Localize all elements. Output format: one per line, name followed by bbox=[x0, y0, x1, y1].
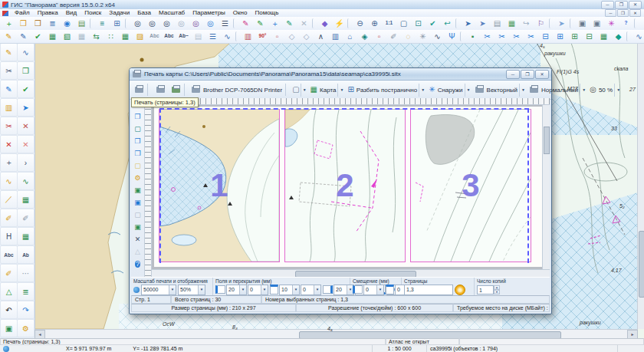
copy-objects-icon[interactable]: ▦ bbox=[45, 31, 60, 42]
rose-icon[interactable]: ✳ bbox=[416, 31, 430, 42]
print-button[interactable] bbox=[131, 82, 146, 97]
overlap-value-combobox[interactable]: 0▼ bbox=[248, 285, 268, 295]
copies-value[interactable]: 1 bbox=[477, 285, 494, 294]
help-icon[interactable]: ? bbox=[132, 258, 143, 270]
zoom-1-1-icon[interactable]: 1:1 bbox=[382, 18, 396, 29]
page-image-move-icon[interactable]: ▣ bbox=[132, 197, 143, 209]
text-abc-icon[interactable]: Abc bbox=[0, 245, 18, 264]
page-settings-icon[interactable]: ⚙ bbox=[132, 173, 143, 184]
offset-value-combobox[interactable]: 0▼ bbox=[363, 285, 384, 295]
open-site-icon[interactable]: ❒ bbox=[31, 18, 45, 29]
search-repeat-icon[interactable]: ◎ bbox=[203, 18, 218, 29]
maps-icon[interactable]: ▦ bbox=[17, 227, 34, 245]
highlight-add-icon[interactable]: ＋ bbox=[268, 18, 282, 29]
mdi-close-button[interactable]: ✕ bbox=[629, 9, 641, 17]
page-image-icon[interactable]: ▣ bbox=[132, 185, 143, 196]
delete-node-icon[interactable]: ✕ bbox=[17, 135, 34, 153]
chevron-down-icon[interactable]: ▼ bbox=[198, 285, 205, 294]
create-map-icon[interactable]: ＋ bbox=[2, 18, 16, 29]
map-scale[interactable]: 1 : 50 000 bbox=[373, 345, 427, 352]
dots-icon[interactable]: ⋯ bbox=[17, 264, 34, 282]
open-map-icon[interactable]: ❒ bbox=[16, 18, 31, 29]
profile-icon[interactable]: ∧ bbox=[314, 31, 328, 42]
draw-accept-icon[interactable]: ✔ bbox=[31, 31, 45, 42]
join-object-icon[interactable]: ⊞ bbox=[553, 31, 567, 42]
snap-icon[interactable]: ＋ bbox=[0, 153, 18, 172]
smooth-icon[interactable]: ∿ bbox=[632, 31, 644, 42]
select-on-screen-icon[interactable]: ➤ bbox=[461, 18, 475, 29]
map-return-icon[interactable]: ↪ bbox=[519, 18, 534, 29]
clipboard-icon[interactable]: ▤ bbox=[191, 31, 205, 42]
overlap-value-combobox[interactable]: 0▼ bbox=[301, 285, 321, 295]
edit-nodes-icon[interactable]: ∿ bbox=[0, 172, 18, 190]
print-source-select[interactable]: ▦ Карта▼ bbox=[309, 83, 347, 97]
page-swap-icon[interactable]: ❐ bbox=[132, 136, 143, 147]
preview-vscroll-thumb[interactable] bbox=[544, 127, 550, 154]
steps-icon[interactable]: ≣ bbox=[17, 282, 34, 301]
map-close-icon[interactable]: ✕ bbox=[639, 18, 644, 29]
copy-disabled-icon[interactable]: ▦ bbox=[74, 31, 89, 42]
cut-x-icon[interactable]: ✂ bbox=[495, 31, 509, 42]
menu-item[interactable]: Правка bbox=[34, 9, 62, 17]
frame-mode-select[interactable]: ✳ Снаружи▼ bbox=[427, 83, 472, 97]
search-object-icon[interactable]: ◎ bbox=[189, 18, 203, 29]
map-frag-icon[interactable]: ▦ bbox=[17, 190, 34, 209]
preview-vertical-scrollbar[interactable] bbox=[542, 105, 550, 269]
menu-item[interactable]: Масштаб bbox=[155, 9, 189, 17]
map-vscroll-thumb[interactable] bbox=[639, 231, 644, 298]
draw-icon[interactable]: ✎ bbox=[2, 31, 16, 42]
accept-icon[interactable]: ✔ bbox=[17, 80, 34, 98]
table-grid-icon[interactable]: ▦ bbox=[596, 31, 611, 42]
quality-mode-select[interactable]: Нормальный▼ bbox=[527, 83, 588, 97]
chevron-down-icon[interactable]: ▼ bbox=[169, 285, 176, 294]
region-icon[interactable]: ◈ bbox=[357, 31, 372, 42]
nodes-green-icon[interactable]: ∿ bbox=[17, 172, 34, 190]
search-more-icon[interactable]: ◎ bbox=[159, 18, 174, 29]
dialog-minimize-button[interactable]: ─ bbox=[506, 70, 520, 79]
cut-map-icon[interactable]: ✂ bbox=[0, 117, 18, 135]
next-node-icon[interactable]: › bbox=[17, 153, 34, 172]
split-object-icon[interactable]: ⊟ bbox=[538, 31, 553, 42]
print-panel-caption[interactable]: Печать (страницы: 1,3) bbox=[0, 338, 386, 345]
redo-icon[interactable]: ↷ bbox=[17, 301, 34, 319]
cut-part-icon[interactable]: ✕ bbox=[17, 117, 34, 135]
cursor-icon[interactable]: ➤ bbox=[554, 18, 569, 29]
page-empty-icon[interactable]: ▢ bbox=[132, 209, 143, 221]
zoom-in-icon[interactable]: ⊕ bbox=[367, 18, 382, 29]
menu-item[interactable]: Поиск bbox=[80, 9, 105, 17]
page-area-icon[interactable]: ▢ bbox=[132, 123, 143, 135]
text-h-icon[interactable]: H bbox=[0, 227, 18, 245]
view-back-icon[interactable]: ↩ bbox=[440, 18, 455, 29]
chevron-down-icon[interactable]: ▼ bbox=[314, 285, 320, 294]
run-task-icon[interactable]: ⚡ bbox=[332, 18, 347, 29]
edit-info-icon[interactable]: ✎ bbox=[0, 80, 18, 98]
preview-page-2[interactable]: 2 bbox=[284, 109, 406, 262]
map-select-icon[interactable]: ▦ bbox=[504, 18, 519, 29]
palette-icon[interactable]: ✳ bbox=[604, 18, 619, 29]
preview-page-1[interactable]: 1 bbox=[159, 109, 280, 262]
search-by-name-icon[interactable]: ◎ bbox=[145, 18, 159, 29]
mirror-icon[interactable]: ⇆ bbox=[89, 31, 104, 42]
text-ab-icon[interactable]: Ab bbox=[17, 245, 34, 264]
blocks2-icon[interactable]: ⊟ bbox=[582, 31, 596, 42]
mdi-minimize-button[interactable]: ─ bbox=[605, 9, 616, 17]
image-props-icon[interactable]: ▣ bbox=[0, 319, 18, 337]
highlight-color-icon[interactable]: ✎ bbox=[282, 18, 297, 29]
lasso-icon[interactable]: ◌ bbox=[401, 31, 416, 42]
scatter-icon[interactable]: ∷ bbox=[104, 31, 118, 42]
search-icon[interactable]: ◎ bbox=[130, 18, 145, 29]
spin-down-icon[interactable]: ▼ bbox=[494, 290, 500, 294]
draw-info-icon[interactable]: ✎ bbox=[16, 31, 31, 42]
settings-gear-icon[interactable]: ⚙ bbox=[17, 319, 34, 337]
dialog-maximize-button[interactable]: ❐ bbox=[521, 70, 534, 79]
page-photo-icon[interactable]: ▣ bbox=[132, 222, 143, 233]
globe-icon[interactable] bbox=[3, 346, 9, 352]
select-pages-target-icon[interactable]: ◎ bbox=[455, 285, 465, 295]
menu-item[interactable]: Файл bbox=[11, 9, 34, 17]
copy-objects-dotted-icon[interactable]: ▧ bbox=[60, 31, 74, 42]
render-mode-select[interactable]: Векторный▼ bbox=[473, 83, 527, 97]
cut-double-icon[interactable]: ✂ bbox=[524, 31, 538, 42]
create-object-icon[interactable]: ✎ bbox=[0, 43, 18, 61]
label-curve-icon[interactable]: Ab~ bbox=[176, 31, 191, 42]
chevron-down-icon[interactable]: ▼ bbox=[376, 285, 383, 294]
